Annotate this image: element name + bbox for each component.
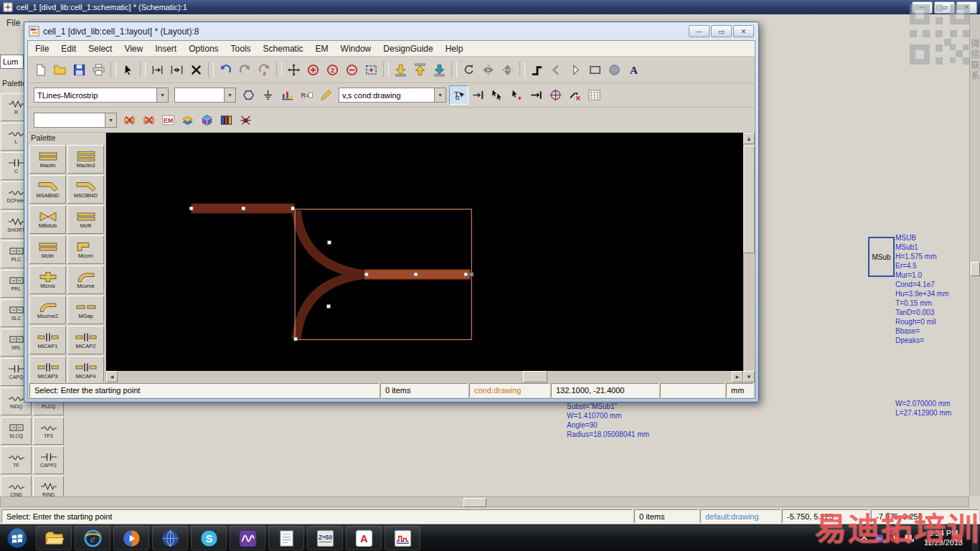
menu-options[interactable]: Options — [189, 44, 218, 54]
previous-view-button[interactable] — [547, 60, 566, 80]
scrollbar-thumb[interactable] — [971, 262, 980, 276]
menu-help[interactable]: Help — [446, 44, 463, 54]
insert-circle-button[interactable] — [605, 60, 624, 80]
back-palette-item-tf3[interactable]: TF3 — [33, 417, 64, 445]
taskbar-app-globe[interactable] — [152, 526, 188, 550]
taskbar-app-media-player[interactable] — [113, 526, 149, 550]
palette-item-micap2[interactable]: MICAP2 — [67, 326, 104, 354]
back-palette-combo[interactable]: Lum — [0, 55, 24, 69]
taskbar-app-linecalc[interactable]: Z=50 — [307, 526, 343, 550]
trace-route-button[interactable] — [488, 85, 507, 105]
dropdown-arrow-icon[interactable]: ▾ — [105, 113, 116, 127]
palette-item-micap3[interactable]: MICAP3 — [29, 356, 66, 385]
em-simulate-1-button[interactable]: EM — [120, 110, 139, 130]
insert-text-button[interactable]: A — [624, 60, 644, 80]
scrollbar-thumb[interactable] — [463, 498, 486, 507]
substrate-layers-button[interactable] — [178, 110, 197, 130]
taskbar-app-explorer[interactable] — [36, 526, 72, 550]
back-palette-item-capp2[interactable]: CAPP2 — [33, 446, 64, 474]
next-view-button[interactable] — [566, 60, 585, 80]
menu-select[interactable]: Select — [88, 44, 112, 54]
taskbar-app-internet-explorer[interactable]: e — [75, 526, 110, 550]
menu-file[interactable]: File — [35, 44, 49, 54]
pan-button[interactable] — [284, 60, 303, 80]
palette-item-micap1[interactable]: MICAP1 — [29, 326, 66, 354]
canvas-vertical-scrollbar[interactable]: ▲ ▼ — [743, 133, 755, 382]
grid-spacing-button[interactable] — [585, 85, 604, 105]
back-vertical-scrollbar[interactable] — [969, 14, 980, 496]
back-palette-item-tf[interactable]: TF — [1, 446, 32, 474]
taskbar-app-notepad[interactable] — [268, 526, 304, 550]
zoom-out-button[interactable] — [342, 60, 362, 80]
edit-pencil-button[interactable] — [316, 85, 336, 105]
layer-select-button[interactable]: T — [449, 85, 468, 105]
menu-em[interactable]: EM — [316, 44, 329, 54]
insert-resistor-button[interactable]: R= — [297, 85, 316, 105]
undo-button[interactable] — [216, 60, 235, 80]
dropdown-arrow-icon[interactable]: ▾ — [156, 88, 168, 102]
pop-out-hierarchy-button[interactable] — [410, 60, 430, 80]
entry-layer-combo[interactable]: v,s cond:drawing▾ — [339, 88, 446, 103]
menu-tools[interactable]: Tools — [231, 44, 251, 54]
palette-item-micap4[interactable]: MICAP4 — [67, 356, 104, 385]
canvas-horizontal-scrollbar[interactable]: ◄ ► — [106, 371, 743, 382]
msub-component-box[interactable]: MSub — [868, 237, 895, 277]
coordinate-entry-button[interactable] — [546, 85, 565, 105]
delete-button[interactable] — [187, 60, 206, 80]
menu-insert[interactable]: Insert — [155, 44, 176, 54]
trace-route-add-button[interactable] — [507, 85, 527, 105]
menu-schematic[interactable]: Schematic — [263, 44, 303, 54]
snap-to-layer-button[interactable] — [468, 85, 488, 105]
palette-item-msobnd[interactable]: MSOBND — [67, 175, 104, 204]
insert-ground-button[interactable] — [258, 85, 278, 105]
push-into-hierarchy-button[interactable] — [391, 60, 410, 80]
component-palette-combo[interactable]: TLines-Microstrip▾ — [34, 88, 169, 103]
zoom-in-button[interactable] — [303, 60, 323, 80]
dropdown-arrow-icon[interactable]: ▾ — [434, 88, 446, 102]
rotate-button[interactable] — [459, 60, 479, 80]
zoom-window-button[interactable] — [362, 60, 381, 80]
schematic-window-titlebar[interactable]: cell_1 [divd_lib:cell_1:schematic] * (Sc… — [0, 0, 980, 14]
scroll-right-icon[interactable]: ► — [732, 371, 743, 382]
taskbar-app-acrobat[interactable]: A — [346, 526, 382, 550]
palette-item-maclin3[interactable]: Maclin3 — [67, 145, 104, 174]
menu-edit[interactable]: Edit — [61, 44, 76, 54]
trace-delete-button[interactable] — [565, 85, 585, 105]
scroll-up-icon[interactable]: ▲ — [743, 133, 755, 144]
layout-window-titlebar[interactable]: cell_1 [divd_lib:cell_1:layout] * (Layou… — [24, 22, 758, 40]
dropdown-arrow-icon[interactable]: ▾ — [224, 88, 235, 102]
layout-drawing[interactable] — [106, 133, 743, 371]
insert-trace-button[interactable] — [527, 60, 547, 80]
minimize-button[interactable]: — — [689, 25, 710, 37]
select-cursor-button[interactable] — [118, 60, 138, 80]
menu-file-background[interactable]: File — [6, 18, 20, 28]
scroll-down-icon[interactable]: ▼ — [743, 371, 755, 382]
palette-item-mcorn[interactable]: Mcorn — [67, 235, 104, 264]
view-3d-button[interactable] — [197, 110, 217, 130]
palette-item-mcurve2[interactable]: Mcurve2 — [29, 296, 66, 324]
insert-polygon-button[interactable] — [239, 85, 258, 105]
layout-window[interactable]: cell_1 [divd_lib:cell_1:layout] * (Layou… — [24, 22, 759, 402]
zoom-out-2x-button[interactable]: 2 — [323, 60, 342, 80]
open-folder-button[interactable] — [50, 60, 70, 80]
back-palette-item-slcq[interactable]: SLCQ — [1, 417, 32, 445]
palette-item-mcros[interactable]: Mcros — [29, 265, 66, 294]
mirror-horizontal-button[interactable] — [479, 60, 498, 80]
insert-double-pin-button[interactable] — [167, 60, 187, 80]
mirror-vertical-button[interactable] — [498, 60, 517, 80]
layout-canvas[interactable] — [106, 133, 743, 371]
momentum-mesh-button[interactable] — [236, 110, 255, 130]
save-button[interactable] — [70, 60, 89, 80]
insert-pin-button[interactable] — [148, 60, 167, 80]
em-simulate-2-button[interactable]: EM — [139, 110, 159, 130]
component-history-combo[interactable]: ▾ — [174, 88, 236, 103]
scrollbar-thumb[interactable] — [523, 371, 547, 382]
maximize-button[interactable]: ▭ — [711, 25, 732, 37]
palette-item-maclin[interactable]: Maclin — [29, 145, 66, 174]
layer-visibility-button[interactable] — [217, 110, 236, 130]
menu-window[interactable]: Window — [341, 44, 372, 54]
scroll-left-icon[interactable]: ◄ — [106, 371, 118, 382]
redo-all-button[interactable]: 2 — [255, 60, 274, 80]
view-scale-combo[interactable]: ▾ — [34, 113, 117, 128]
taskbar-app-skype[interactable]: S — [191, 526, 227, 550]
